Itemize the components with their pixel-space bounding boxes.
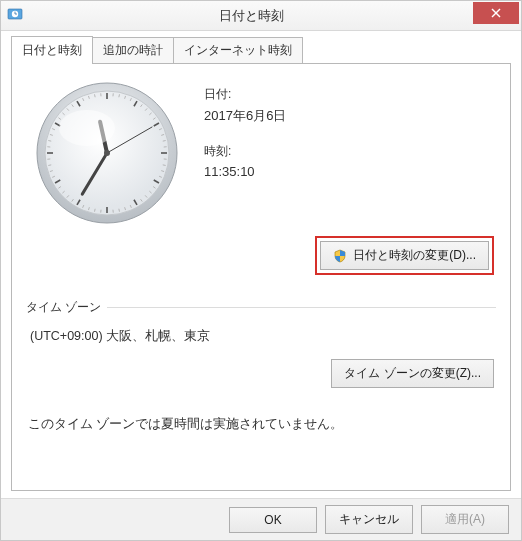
close-button[interactable] <box>473 2 519 24</box>
change-timezone-wrap: タイム ゾーンの変更(Z)... <box>26 359 494 388</box>
window-title: 日付と時刻 <box>29 7 473 25</box>
tab-internet-time[interactable]: インターネット時刻 <box>173 37 303 63</box>
tab-datetime[interactable]: 日付と時刻 <box>11 36 93 64</box>
app-icon <box>7 6 23 25</box>
svg-point-72 <box>59 110 115 146</box>
titlebar: 日付と時刻 <box>1 1 521 31</box>
content-area: 日付と時刻 追加の時計 インターネット時刻 <box>1 31 521 498</box>
close-icon <box>490 7 502 19</box>
ok-button[interactable]: OK <box>229 507 317 533</box>
datetime-row: 日付: 2017年6月6日 時刻: 11:35:10 <box>26 78 496 228</box>
time-label: 時刻: <box>204 143 286 160</box>
dst-note: このタイム ゾーンでは夏時間は実施されていません。 <box>28 416 496 433</box>
timezone-heading: タイム ゾーン <box>26 299 101 316</box>
date-label: 日付: <box>204 86 286 103</box>
tab-strip: 日付と時刻 追加の時計 インターネット時刻 <box>11 39 511 63</box>
shield-icon <box>333 249 347 263</box>
change-datetime-label: 日付と時刻の変更(D)... <box>353 247 476 264</box>
tab-panel: 日付: 2017年6月6日 時刻: 11:35:10 日付と時刻の変更(D). <box>11 63 511 491</box>
timezone-section-label: タイム ゾーン <box>26 299 496 316</box>
highlight-box: 日付と時刻の変更(D)... <box>315 236 494 275</box>
change-timezone-label: タイム ゾーンの変更(Z)... <box>344 365 481 382</box>
apply-button[interactable]: 適用(A) <box>421 505 509 534</box>
dialog-footer: OK キャンセル 適用(A) <box>1 498 521 540</box>
svg-point-71 <box>104 150 110 156</box>
change-timezone-button[interactable]: タイム ゾーンの変更(Z)... <box>331 359 494 388</box>
analog-clock <box>32 78 182 228</box>
time-value: 11:35:10 <box>204 164 286 179</box>
change-datetime-button[interactable]: 日付と時刻の変更(D)... <box>320 241 489 270</box>
divider <box>107 307 496 308</box>
timezone-value: (UTC+09:00) 大阪、札幌、東京 <box>30 328 496 345</box>
date-value: 2017年6月6日 <box>204 107 286 125</box>
change-datetime-wrap: 日付と時刻の変更(D)... <box>26 236 494 275</box>
tab-additional-clocks[interactable]: 追加の時計 <box>92 37 174 63</box>
datetime-info: 日付: 2017年6月6日 時刻: 11:35:10 <box>204 78 286 197</box>
cancel-button[interactable]: キャンセル <box>325 505 413 534</box>
